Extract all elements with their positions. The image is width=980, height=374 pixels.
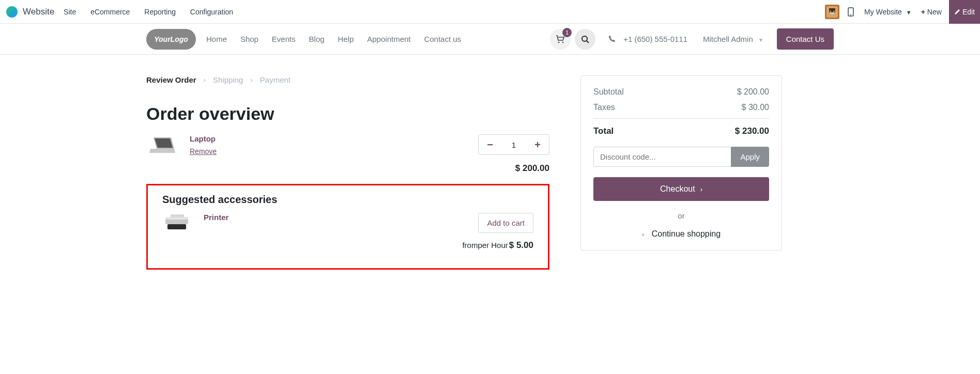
search-icon: [581, 35, 589, 43]
site-nav: Home Shop Events Blog Help Appointment C…: [206, 35, 472, 43]
svg-line-11: [587, 41, 589, 43]
avatar-icon: [826, 6, 838, 18]
taxes-label: Taxes: [593, 103, 615, 112]
suggested-title: Suggested accessories: [162, 194, 533, 206]
nav-home[interactable]: Home: [206, 35, 227, 43]
svg-point-7: [850, 14, 851, 15]
svg-point-10: [582, 36, 587, 41]
mobile-preview-icon[interactable]: [848, 7, 855, 17]
edit-label: Edit: [962, 8, 975, 16]
laptop-icon: [148, 135, 175, 156]
order-summary: Subtotal $ 200.00 Taxes $ 30.00 Total $ …: [580, 75, 782, 251]
contact-us-button[interactable]: Contact Us: [777, 28, 834, 50]
new-button[interactable]: +New: [921, 8, 942, 16]
qty-decrease-button[interactable]: −: [479, 139, 501, 151]
page-title: Order overview: [146, 104, 549, 124]
app-name[interactable]: Website: [23, 7, 54, 17]
search-button[interactable]: [575, 29, 595, 50]
checkout-wizard: Review Order › Shipping › Payment: [146, 75, 549, 84]
checkout-label: Checkout: [660, 184, 695, 194]
logo-text: YourLogo: [154, 35, 188, 43]
new-label: New: [927, 8, 942, 16]
rental-price-line: fromper Hour$ 5.00: [462, 240, 533, 251]
phone-number[interactable]: +1 (650) 555-0111: [623, 35, 687, 43]
step-shipping: Shipping: [213, 75, 243, 84]
total-label: Total: [593, 126, 614, 136]
quantity-stepper: − 1 +: [478, 134, 549, 155]
or-divider: or: [593, 211, 769, 220]
nav-events[interactable]: Events: [272, 35, 296, 43]
avatar[interactable]: [825, 5, 839, 19]
svg-marker-14: [149, 149, 175, 153]
svg-rect-17: [167, 224, 186, 229]
svg-point-3: [830, 11, 831, 12]
phone-icon: [608, 36, 615, 43]
subtotal-value: $ 200.00: [737, 87, 769, 97]
nav-help[interactable]: Help: [338, 35, 354, 43]
pencil-icon: [954, 9, 960, 15]
product-thumbnail: [146, 134, 177, 157]
menu-site[interactable]: Site: [64, 8, 76, 16]
nav-contact[interactable]: Contact us: [424, 35, 461, 43]
suggested-product-name[interactable]: Printer: [204, 213, 228, 222]
step-payment: Payment: [260, 75, 290, 84]
chevron-right-icon: ›: [250, 76, 252, 84]
checkout-button[interactable]: Checkout ›: [593, 177, 769, 201]
site-selector-label: My Website: [864, 8, 902, 16]
menu-configuration[interactable]: Configuration: [190, 8, 233, 16]
site-logo[interactable]: YourLogo: [146, 29, 196, 50]
step-review[interactable]: Review Order: [146, 75, 196, 84]
nav-appointment[interactable]: Appointment: [367, 35, 410, 43]
admin-bar: Website Site eCommerce Reporting Configu…: [0, 0, 980, 24]
menu-ecommerce[interactable]: eCommerce: [90, 8, 130, 16]
cart-badge: 1: [562, 28, 572, 37]
apply-button[interactable]: Apply: [731, 147, 769, 167]
discount-code-input[interactable]: [593, 147, 731, 167]
subtotal-label: Subtotal: [593, 87, 624, 97]
site-navbar: YourLogo Home Shop Events Blog Help Appo…: [0, 24, 980, 55]
chevron-right-icon: ›: [204, 76, 206, 84]
taxes-value: $ 30.00: [742, 103, 769, 112]
product-name[interactable]: Laptop: [190, 134, 217, 143]
total-value: $ 230.00: [735, 126, 769, 136]
edit-button[interactable]: Edit: [949, 0, 980, 24]
svg-point-8: [558, 41, 560, 43]
chevron-right-icon: ›: [700, 185, 702, 193]
continue-shopping-link[interactable]: ‹ Continue shopping: [593, 229, 769, 239]
app-logo-icon: [6, 6, 18, 18]
chevron-left-icon: ‹: [642, 230, 644, 238]
site-selector[interactable]: My Website ▼: [864, 8, 912, 16]
cart-line: Laptop Remove − 1 + $ 200.00: [146, 134, 549, 174]
admin-menus: Site eCommerce Reporting Configuration: [64, 8, 246, 16]
svg-rect-2: [829, 10, 835, 12]
product-thumbnail: [162, 213, 191, 233]
caret-down-icon: ▼: [758, 37, 763, 43]
printer-icon: [162, 213, 191, 233]
suggested-item: Printer Add to cart fromper Hour$ 5.00: [162, 213, 533, 251]
svg-marker-13: [155, 138, 173, 148]
rental-from: from: [462, 241, 478, 250]
svg-rect-18: [171, 214, 184, 217]
nav-shop[interactable]: Shop: [240, 35, 258, 43]
user-name: Mitchell Admin: [703, 35, 753, 43]
menu-reporting[interactable]: Reporting: [144, 8, 176, 16]
divider: [593, 118, 769, 119]
remove-link[interactable]: Remove: [190, 147, 217, 155]
nav-blog[interactable]: Blog: [309, 35, 325, 43]
caret-down-icon: ▼: [906, 9, 912, 15]
svg-point-9: [562, 41, 564, 43]
qty-increase-button[interactable]: +: [526, 139, 549, 151]
add-to-cart-button[interactable]: Add to cart: [478, 213, 533, 233]
svg-rect-5: [829, 8, 835, 10]
svg-point-4: [833, 11, 834, 12]
cart-button[interactable]: 1: [550, 29, 571, 50]
continue-shopping-label: Continue shopping: [652, 229, 721, 238]
line-price: $ 200.00: [415, 163, 549, 174]
suggested-accessories-box: Suggested accessories Printer Add to car…: [146, 184, 549, 270]
plus-icon: +: [921, 8, 925, 16]
rental-unit: per Hour: [478, 241, 508, 250]
user-menu[interactable]: Mitchell Admin ▼: [703, 35, 763, 43]
rental-price: $ 5.00: [509, 240, 533, 251]
qty-value[interactable]: 1: [501, 141, 526, 149]
